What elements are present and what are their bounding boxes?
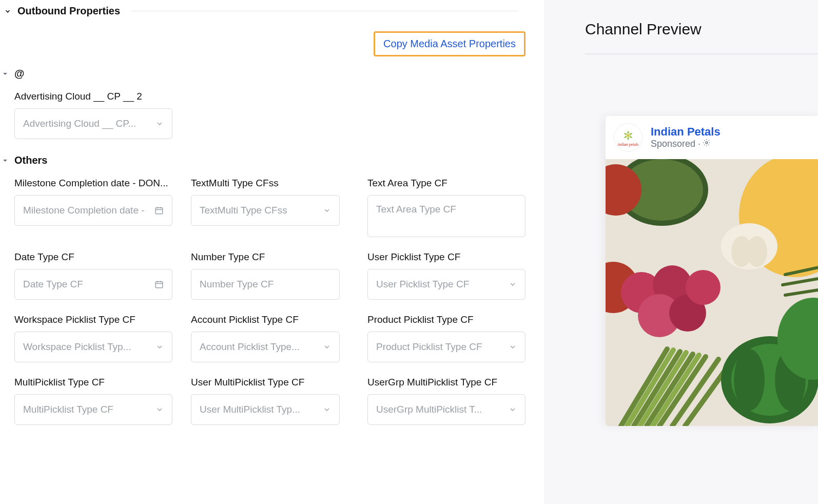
others-group-title: Others [14, 154, 47, 166]
chevron-down-icon [323, 405, 331, 414]
sponsored-label: Sponsored · [651, 139, 720, 149]
brand-avatar: indian petals [614, 123, 642, 152]
svg-point-21 [731, 236, 752, 267]
svg-point-26 [686, 270, 720, 305]
account-picklist-label: Account Picklist Type CF [191, 314, 350, 325]
at-group-title: @ [14, 68, 25, 80]
calendar-icon [154, 206, 164, 215]
preview-card: indian petals Indian Petals Sponsored · [606, 116, 818, 426]
textarea-input[interactable]: Text Area Type CF [367, 195, 525, 237]
svg-text:indian petals: indian petals [618, 142, 638, 147]
chevron-down-icon [323, 343, 331, 351]
ad-cloud-label: Advertising Cloud __ CP __ 2 [14, 91, 173, 102]
svg-marker-0 [3, 73, 7, 75]
outbound-section-header[interactable]: Outbound Properties [0, 5, 544, 17]
brand-name: Indian Petals [651, 126, 720, 138]
user-picklist-label: User Picklist Type CF [367, 251, 527, 263]
account-picklist-select[interactable]: Account Picklist Type... [191, 332, 340, 362]
date-type-input[interactable]: Date Type CF [14, 269, 172, 300]
caret-down-icon [2, 158, 8, 164]
user-multipicklist-label: User MultiPicklist Type CF [191, 377, 350, 388]
others-fields-grid: Milestone Completion date - DON... Miles… [0, 178, 544, 439]
caret-down-icon [2, 71, 8, 77]
chevron-down-icon [509, 405, 517, 414]
milestone-date-label: Milestone Completion date - DON... [14, 178, 173, 189]
preview-card-header: indian petals Indian Petals Sponsored · [606, 116, 818, 159]
svg-point-12 [706, 142, 708, 144]
svg-point-38 [734, 349, 765, 411]
others-group-header[interactable]: Others [0, 154, 544, 166]
multipicklist-select[interactable]: MultiPicklist Type CF [14, 394, 172, 425]
number-type-input[interactable]: Number Type CF [191, 269, 340, 300]
date-type-label: Date Type CF [14, 251, 173, 263]
section-divider [131, 11, 518, 11]
product-picklist-select[interactable]: Product Picklist Type CF [367, 332, 525, 362]
calendar-icon [154, 280, 164, 289]
svg-rect-6 [155, 282, 163, 288]
svg-rect-2 [155, 208, 163, 214]
textmulti-select[interactable]: TextMulti Type CFss [191, 195, 340, 226]
chevron-down-icon [155, 405, 164, 414]
ad-cloud-select[interactable]: Advertising Cloud __ CP... [14, 108, 172, 139]
usergrp-multipicklist-label: UserGrp MultiPicklist Type CF [367, 377, 527, 388]
usergrp-multipicklist-select[interactable]: UserGrp MultiPicklist T... [367, 394, 525, 425]
textarea-label: Text Area Type CF [367, 178, 527, 189]
chevron-down-icon [155, 120, 164, 128]
outbound-section-title: Outbound Properties [17, 5, 120, 17]
channel-preview-title: Channel Preview [544, 0, 818, 53]
preview-divider [585, 53, 818, 54]
preview-hero-image [606, 159, 818, 426]
at-group-header[interactable]: @ [0, 68, 544, 80]
workspace-picklist-select[interactable]: Workspace Picklist Typ... [14, 332, 172, 362]
user-multipicklist-select[interactable]: User MultiPicklist Typ... [191, 394, 340, 425]
svg-marker-1 [3, 160, 7, 162]
milestone-date-input[interactable]: Milestone Completion date - [14, 195, 172, 226]
chevron-down-icon [509, 343, 517, 351]
chevron-down-icon [155, 343, 164, 351]
chevron-down-icon [4, 8, 11, 15]
chevron-down-icon [509, 280, 517, 288]
workspace-picklist-label: Workspace Picklist Type CF [14, 314, 173, 325]
textmulti-label: TextMulti Type CFss [191, 178, 350, 189]
ad-cloud-placeholder: Advertising Cloud __ CP... [23, 118, 155, 129]
gear-icon [703, 139, 711, 149]
user-picklist-select[interactable]: User Picklist Type CF [367, 269, 525, 300]
properties-panel: Outbound Properties Copy Media Asset Pro… [0, 0, 544, 504]
svg-point-10 [627, 134, 630, 137]
product-picklist-label: Product Picklist Type CF [367, 314, 527, 325]
number-type-label: Number Type CF [191, 251, 350, 263]
copy-media-asset-properties-button[interactable]: Copy Media Asset Properties [374, 31, 525, 56]
multipicklist-label: MultiPicklist Type CF [14, 377, 173, 388]
channel-preview-panel: Channel Preview [544, 0, 818, 504]
chevron-down-icon [323, 206, 331, 215]
